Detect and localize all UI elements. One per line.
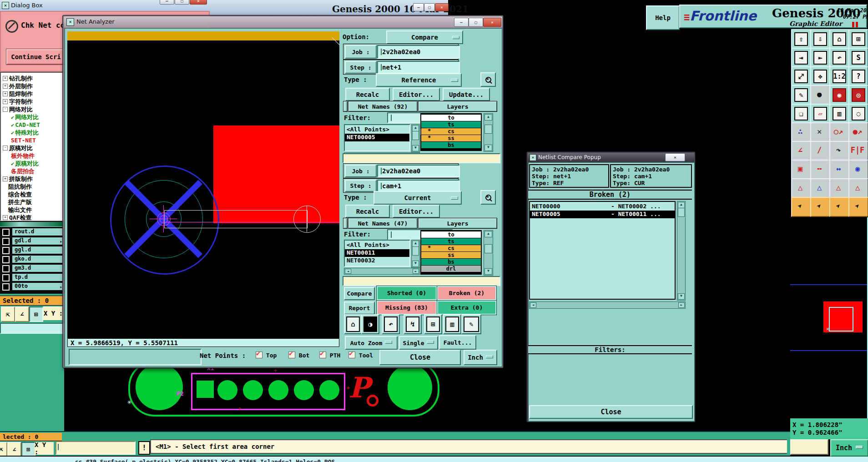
cur-editor-button[interactable]: Editor... — [393, 205, 440, 218]
tree-item[interactable]: +字符制作 — [1, 98, 63, 105]
layer-file-name[interactable]: 00to➤ — [12, 282, 63, 291]
layer-color-row[interactable]: drl — [421, 266, 481, 272]
grid-window-button[interactable]: ⊞ — [29, 306, 43, 322]
layer-file-row[interactable]: gm3.d — [0, 264, 64, 273]
layer-color-row[interactable]: ss — [421, 252, 481, 258]
layer-file-name[interactable]: tp.d — [12, 273, 63, 281]
layer-file-row[interactable]: rout.d — [0, 227, 64, 236]
continue-script-button[interactable]: Continue Scri — [6, 49, 66, 65]
tree-item-label[interactable]: CAD-NET — [15, 121, 40, 128]
paste-down-button[interactable]: ⇩ — [810, 29, 830, 49]
tree-item-label[interactable]: 各层拍合 — [11, 167, 35, 176]
layer-file-name[interactable]: gdl.d➤ — [12, 237, 63, 245]
layer-file-name[interactable]: gm3.d — [12, 264, 63, 272]
net-points-pth-checkbox[interactable]: ✔ PTH — [319, 352, 340, 359]
pad-select-button[interactable]: ◌ — [848, 104, 868, 124]
net-points-button[interactable]: ↯ — [404, 314, 422, 334]
tree-item-label[interactable]: 网络对比 — [9, 105, 33, 114]
select-poly-button[interactable]: ➤ — [829, 197, 849, 217]
angle-measure-button[interactable]: ∠ — [15, 306, 29, 322]
pad-grow-button[interactable]: ○↗ — [829, 122, 849, 142]
layer-checkbox[interactable] — [2, 265, 10, 272]
tree-item[interactable]: ✔特殊对比 — [1, 129, 63, 136]
cur-job-input[interactable]: 2v2ha02ea0 — [377, 165, 460, 177]
layer-color-row[interactable]: ts — [421, 121, 481, 128]
layer-color-row[interactable]: ss* — [421, 135, 481, 141]
option-dropdown[interactable]: Compare — [386, 30, 463, 44]
tree-item[interactable]: ✔原稿对比 — [1, 160, 63, 167]
snapshot-button[interactable]: ◑ — [361, 314, 379, 334]
expand-icon[interactable]: + — [3, 215, 8, 220]
cur-step-input[interactable]: cam+1 — [377, 180, 460, 192]
tree-item-label[interactable]: 综合检查 — [8, 191, 32, 199]
dialog-minimize-button[interactable]: — — [160, 0, 174, 5]
tree-item[interactable]: +钻孔制作 — [1, 75, 63, 82]
layer-color-row[interactable]: bs — [421, 259, 481, 265]
expand-icon[interactable]: + — [3, 99, 8, 104]
extra-0-button[interactable]: Extra (0) — [437, 301, 496, 315]
window-xy-button[interactable]: ⊞ — [848, 29, 868, 49]
app-maximize-button[interactable]: ▢ — [424, 3, 435, 11]
layer-checkbox[interactable] — [2, 283, 10, 291]
na-maximize-button[interactable]: ▢ — [469, 18, 483, 27]
tree-item-label[interactable]: SET-NET — [11, 137, 36, 144]
tree-item[interactable]: ✔网络对比 — [1, 113, 63, 121]
cur-layers-tab[interactable]: Layers — [418, 218, 497, 229]
layer-checkbox[interactable] — [2, 238, 10, 245]
analyzer-canvas[interactable] — [67, 31, 339, 338]
pan-center-button[interactable]: ✥ — [810, 66, 830, 86]
window-xy-button[interactable]: ⊞ — [424, 314, 442, 334]
layer-checkbox[interactable] — [2, 229, 10, 236]
tree-item[interactable]: -原稿对比 — [1, 144, 63, 152]
tree-item-label[interactable]: 输出文件 — [8, 206, 32, 214]
triangle-tool-4-button[interactable]: △ — [848, 178, 868, 198]
cur-nets-tab[interactable]: Net Names (47) — [348, 218, 418, 229]
mirror-text-button[interactable]: F|F — [848, 141, 868, 161]
tree-item-label[interactable]: 原稿对比 — [9, 144, 33, 152]
layer-file-name[interactable]: ggl.d — [12, 246, 63, 254]
tree-item-label[interactable]: 原稿对比 — [15, 160, 39, 168]
select-frame-button[interactable]: ➤ — [810, 197, 830, 217]
triangle-tool-3-button[interactable]: △ — [829, 178, 849, 198]
checkbox-checked-icon[interactable]: ✔ — [288, 352, 295, 358]
tree-item[interactable]: 各层拍合 — [1, 167, 63, 175]
layer-color-row[interactable]: ts — [421, 238, 481, 245]
ref-zoom-button[interactable] — [480, 72, 496, 87]
overlap-circles-button[interactable]: ◉ — [848, 160, 868, 180]
na-minimize-button[interactable]: — — [454, 18, 469, 27]
home-button[interactable]: ⌂ — [344, 314, 362, 334]
expand-icon[interactable]: + — [3, 91, 8, 96]
cur-layers-list[interactable]: totscs*ssbsdrl — [420, 230, 482, 275]
pause-icon[interactable] — [852, 22, 858, 27]
tree-item-label[interactable]: 阻焊制作 — [9, 90, 33, 98]
diag-measure-button[interactable]: ⇱ — [1, 306, 15, 322]
ref-type-dropdown[interactable]: Reference — [376, 73, 462, 87]
single-dropdown[interactable]: Single — [399, 336, 438, 350]
rotate-arc-button[interactable]: ↷ — [829, 141, 849, 161]
shorted-0-button[interactable]: Shorted (0) — [377, 286, 437, 300]
app-minimize-button[interactable]: — — [413, 3, 424, 11]
cur-recalc-button[interactable]: Recalc — [345, 205, 390, 218]
delete-net-button[interactable]: ✕ — [810, 122, 830, 142]
ref-update-button[interactable]: Update... — [443, 88, 490, 101]
draw-tools-button[interactable]: ✎ — [791, 85, 811, 105]
tree-item-label[interactable]: 外层制作 — [9, 82, 33, 90]
help-button[interactable]: ? — [848, 66, 868, 86]
checkbox-checked-icon[interactable]: ✔ — [348, 352, 355, 358]
tree-item[interactable]: +阻焊制作 — [1, 90, 63, 98]
slope-line-button[interactable]: / — [810, 141, 830, 161]
auto-zoom-dropdown[interactable]: Auto Zoom — [345, 336, 398, 350]
popup-hscrollbar[interactable]: ◄► — [529, 301, 686, 309]
tree-item-label[interactable]: 字符制作 — [9, 98, 33, 106]
net-points-bot-checkbox[interactable]: ✔ Bot — [288, 352, 309, 359]
layer-file-row[interactable]: 00to➤ — [0, 282, 64, 291]
net-points-top-checkbox[interactable]: ✔ Top — [256, 352, 277, 359]
zoom-ratio-button[interactable]: 1:2 — [829, 66, 849, 86]
tree-item[interactable]: 输出文件 — [1, 206, 63, 214]
grid-window-button-2[interactable]: ⊞ — [21, 442, 35, 457]
layer-color-row[interactable]: cs* — [421, 245, 481, 251]
ruler-button[interactable]: ▥ — [829, 104, 849, 124]
popup-vscrollbar[interactable]: ▲▼ — [677, 201, 686, 301]
command-input[interactable] — [56, 441, 136, 455]
ref-step-input[interactable]: net+1 — [377, 61, 460, 74]
